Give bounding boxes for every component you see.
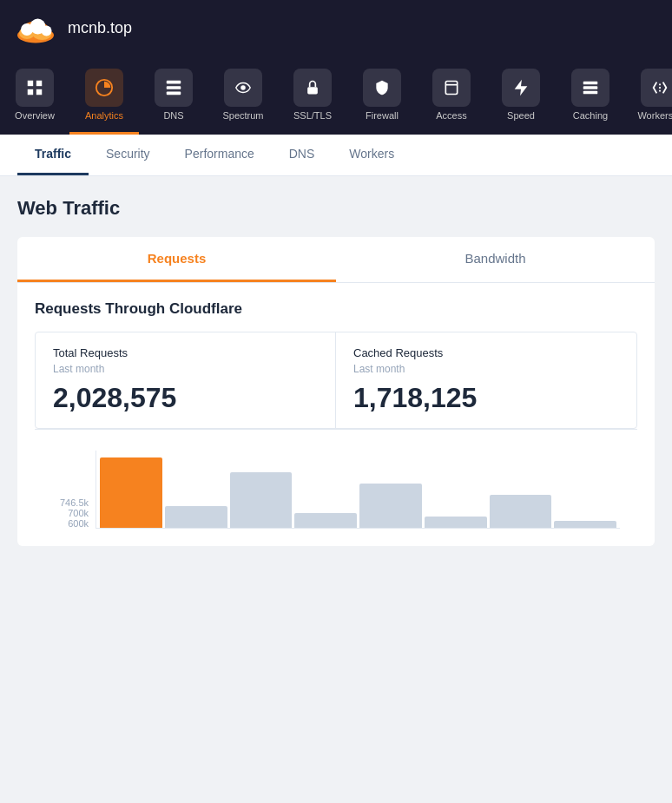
svg-rect-20 — [583, 81, 598, 84]
bars-container — [96, 451, 620, 529]
y-label-mid1: 700k — [52, 508, 89, 518]
stats-card-title: Requests Through Cloudflare — [35, 300, 637, 318]
svg-point-6 — [21, 23, 33, 36]
nav-label-analytics: Analytics — [85, 110, 123, 121]
nav-label-workers: Workers P — [637, 110, 672, 121]
tab-bandwidth[interactable]: Bandwidth — [336, 237, 655, 282]
site-name: mcnb.top — [68, 19, 132, 37]
cloudflare-logo — [14, 7, 57, 50]
nav-label-speed: Speed — [507, 110, 535, 121]
nav-item-speed[interactable]: Speed — [486, 56, 556, 135]
nav-item-spectrum[interactable]: Spectrum — [208, 56, 278, 135]
nav-label-ssl: SSL/TLS — [293, 110, 332, 121]
bar-group-0 — [100, 457, 162, 528]
bar-group-2 — [230, 472, 293, 528]
nav-item-overview[interactable]: Overview — [0, 56, 69, 135]
bar-0 — [100, 457, 162, 528]
chart-area: 746.5k 700k 600k — [35, 429, 637, 529]
sub-tab-security[interactable]: Security — [89, 135, 168, 175]
nav-label-caching: Caching — [573, 110, 608, 121]
overview-icon — [16, 69, 54, 107]
cached-requests-label: Cached Requests — [353, 346, 619, 359]
svg-rect-17 — [445, 81, 457, 94]
svg-rect-21 — [583, 86, 598, 89]
sub-tab-traffic[interactable]: Traffic — [17, 135, 89, 175]
caching-icon — [571, 69, 609, 107]
y-label-top: 746.5k — [52, 497, 89, 508]
workers-icon — [641, 69, 672, 107]
speed-icon — [502, 69, 540, 107]
nav-label-access: Access — [436, 110, 466, 121]
dns-icon — [155, 69, 193, 107]
tab-requests[interactable]: Requests — [17, 237, 336, 282]
access-icon — [432, 69, 471, 107]
header: mcnb.top — [0, 0, 672, 56]
nav-label-spectrum: Spectrum — [222, 110, 263, 121]
svg-rect-14 — [167, 91, 181, 95]
content-tabs: Requests Bandwidth — [17, 237, 655, 283]
nav-label-firewall: Firewall — [366, 110, 399, 121]
nav-item-dns[interactable]: DNS — [139, 56, 208, 135]
y-axis: 746.5k 700k 600k — [52, 497, 96, 529]
nav-item-analytics[interactable]: Analytics — [69, 56, 139, 135]
cached-requests-box: Cached Requests Last month 1,718,125 — [336, 332, 636, 428]
bar-7 — [554, 521, 616, 529]
total-requests-label: Total Requests — [53, 346, 318, 359]
bar-group-1 — [165, 506, 227, 529]
bar-5 — [425, 517, 487, 528]
bar-3 — [294, 513, 357, 528]
svg-rect-9 — [28, 89, 33, 94]
firewall-icon — [363, 69, 401, 107]
main-content: Web Traffic Requests Bandwidth Requests … — [0, 176, 672, 567]
svg-marker-19 — [515, 79, 528, 95]
bar-group-7 — [554, 521, 616, 529]
total-requests-box: Total Requests Last month 2,028,575 — [36, 332, 336, 428]
nav-item-ssl[interactable]: SSL/TLS — [278, 56, 347, 135]
svg-rect-16 — [307, 87, 318, 94]
svg-rect-13 — [167, 86, 181, 89]
bar-1 — [165, 506, 227, 529]
section-title: Web Traffic — [17, 197, 655, 220]
cached-requests-value: 1,718,125 — [353, 382, 619, 414]
sub-tabs: Traffic Security Performance DNS Workers — [0, 135, 672, 176]
bar-group-5 — [425, 517, 487, 528]
bar-group-4 — [359, 484, 422, 528]
svg-rect-12 — [167, 80, 181, 83]
svg-point-15 — [240, 85, 246, 90]
bar-2 — [230, 472, 293, 528]
bar-4 — [359, 484, 422, 528]
sub-tab-dns[interactable]: DNS — [272, 135, 333, 175]
spectrum-icon — [224, 69, 262, 107]
svg-rect-7 — [28, 80, 33, 85]
stats-grid: Total Requests Last month 2,028,575 Cach… — [35, 332, 637, 429]
nav-item-access[interactable]: Access — [417, 56, 486, 135]
y-label-mid2: 600k — [52, 518, 89, 529]
total-requests-value: 2,028,575 — [53, 382, 318, 414]
nav-item-workers[interactable]: Workers P — [625, 56, 672, 135]
sub-tab-workers[interactable]: Workers — [332, 135, 412, 175]
cached-requests-period: Last month — [353, 363, 619, 375]
svg-rect-22 — [583, 90, 598, 94]
nav-item-firewall[interactable]: Firewall — [347, 56, 417, 135]
bar-group-3 — [294, 513, 357, 528]
analytics-icon — [85, 69, 123, 107]
nav-item-caching[interactable]: Caching — [556, 56, 625, 135]
logo-area — [14, 7, 57, 50]
stats-card: Requests Through Cloudflare Total Reques… — [17, 283, 655, 546]
total-requests-period: Last month — [53, 363, 318, 375]
nav-icons-bar: Overview Analytics DNS Spectrum SSL/TLS … — [0, 56, 672, 135]
bar-6 — [490, 495, 552, 528]
nav-label-overview: Overview — [15, 110, 55, 121]
bar-group-6 — [490, 495, 552, 528]
svg-rect-8 — [36, 80, 42, 85]
sub-tab-performance[interactable]: Performance — [168, 135, 272, 175]
nav-label-dns: DNS — [163, 110, 183, 121]
svg-rect-10 — [36, 89, 42, 94]
ssl-icon — [293, 69, 332, 107]
